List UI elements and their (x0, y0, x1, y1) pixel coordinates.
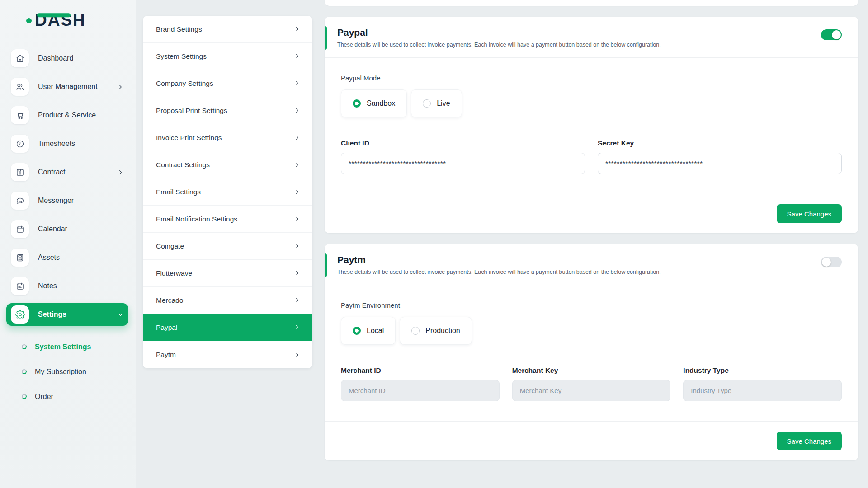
sidebar-item-product-service[interactable]: Product & Service (6, 104, 128, 127)
chevron-right-icon (294, 188, 301, 195)
settings-menu-item-label: Invoice Print Settings (156, 134, 222, 142)
settings-menu-item-invoice-print-settings[interactable]: Invoice Print Settings (143, 124, 312, 151)
chevron-right-icon (294, 53, 301, 60)
radio-option-label: Sandbox (367, 99, 395, 108)
merchant-key-input[interactable] (512, 380, 671, 401)
secret-key-input[interactable] (598, 153, 842, 174)
accent-bar (325, 26, 327, 50)
toggle-knob (832, 30, 841, 39)
settings-menu-item-system-settings[interactable]: System Settings (143, 43, 312, 70)
settings-menu-item-contract-settings[interactable]: Contract Settings (143, 151, 312, 178)
paypal-card-header: Paypal These details will be used to col… (325, 17, 858, 58)
settings-subnav: System Settings My Subscription Order (6, 332, 128, 409)
settings-menu-item-company-settings[interactable]: Company Settings (143, 70, 312, 97)
sidebar-item-label: Assets (38, 253, 60, 262)
settings-menu-item-flutterwave[interactable]: Flutterwave (143, 260, 312, 287)
sidebar-item-calendar[interactable]: Calendar (6, 218, 128, 240)
subnav-item-system-settings[interactable]: System Settings (22, 334, 128, 359)
secret-key-field-group: Secret Key (598, 139, 842, 174)
merchant-key-field-group: Merchant Key (512, 366, 671, 401)
settings-menu-item-label: Paypal (156, 324, 177, 332)
sidebar-item-assets[interactable]: Assets (6, 246, 128, 269)
paytm-title: Paytm (337, 254, 661, 265)
settings-menu-item-mercado[interactable]: Mercado (143, 287, 312, 314)
radio-option-live[interactable]: Live (411, 89, 462, 117)
sidebar-item-user-management[interactable]: User Management (6, 75, 128, 98)
paypal-save-button[interactable]: Save Changes (777, 204, 842, 223)
chevron-right-icon (294, 243, 301, 249)
sidebar-item-label: Notes (38, 282, 57, 290)
settings-menu-item-paytm[interactable]: Paytm (143, 341, 312, 368)
settings-menu-item-paypal[interactable]: Paypal (143, 314, 312, 341)
chevron-right-icon (294, 26, 301, 33)
radio-option-label: Local (367, 327, 384, 335)
radio-option-local[interactable]: Local (341, 317, 396, 345)
bullet-icon (21, 369, 27, 375)
sidebar-item-messenger[interactable]: Messenger (6, 189, 128, 212)
sidebar-item-timesheets[interactable]: Timesheets (6, 132, 128, 155)
sidebar-item-dashboard[interactable]: Dashboard (6, 47, 128, 70)
settings-menu-item-brand-settings[interactable]: Brand Settings (143, 16, 312, 43)
calculator-icon (11, 249, 29, 267)
radio-option-label: Production (425, 327, 460, 335)
settings-menu-panel: Brand Settings System Settings Company S… (143, 16, 312, 368)
client-id-label: Client ID (341, 139, 585, 147)
sidebar-item-label: Contract (38, 168, 65, 176)
settings-menu-item-label: Company Settings (156, 80, 213, 88)
radio-unchecked-icon (411, 327, 420, 335)
paytm-card-body: Paytm Environment Local Production Merch… (325, 285, 858, 421)
paytm-enable-toggle[interactable] (821, 257, 842, 267)
radio-checked-icon (353, 99, 361, 108)
sidebar-item-label: Calendar (38, 225, 67, 233)
paypal-fields: Client ID Secret Key (341, 139, 842, 174)
subnav-item-label: System Settings (35, 343, 91, 351)
chevron-right-icon (294, 161, 301, 168)
client-id-field-group: Client ID (341, 139, 585, 174)
sidebar-item-label: Timesheets (38, 140, 75, 148)
industry-type-input[interactable] (683, 380, 842, 401)
subnav-item-my-subscription[interactable]: My Subscription (22, 359, 128, 384)
paytm-header-text: Paytm These details will be used to coll… (337, 254, 661, 275)
merchant-id-input[interactable] (341, 380, 500, 401)
settings-menu-item-label: Flutterwave (156, 269, 192, 277)
chat-icon (11, 192, 29, 210)
clock-icon (11, 135, 29, 153)
settings-menu-item-label: Mercado (156, 296, 183, 305)
previous-card-edge (325, 0, 858, 6)
paytm-card-footer: Save Changes (325, 421, 858, 460)
sidebar-item-label: Settings (38, 310, 66, 319)
radio-option-production[interactable]: Production (400, 317, 472, 345)
notes-icon (11, 277, 29, 295)
paytm-save-button[interactable]: Save Changes (777, 432, 842, 450)
settings-menu-item-email-notification-settings[interactable]: Email Notification Settings (143, 206, 312, 233)
sidebar-item-notes[interactable]: Notes (6, 275, 128, 297)
chevron-down-icon (117, 311, 124, 318)
client-id-input[interactable] (341, 153, 585, 174)
contract-save-icon (11, 163, 29, 181)
radio-option-label: Live (437, 99, 450, 108)
chevron-right-icon (117, 84, 124, 90)
settings-menu-item-email-settings[interactable]: Email Settings (143, 178, 312, 206)
secret-key-label: Secret Key (598, 139, 842, 147)
chevron-right-icon (294, 352, 301, 358)
paypal-mode-label: Paypal Mode (341, 74, 842, 82)
paypal-enable-toggle[interactable] (821, 29, 842, 40)
chevron-right-icon (294, 297, 301, 304)
settings-menu-item-label: Contract Settings (156, 161, 210, 169)
industry-type-label: Industry Type (683, 366, 842, 375)
settings-menu-item-proposal-print-settings[interactable]: Proposal Print Settings (143, 97, 312, 124)
gear-icon (11, 305, 29, 324)
subnav-item-order[interactable]: Order (22, 384, 128, 409)
chevron-right-icon (294, 134, 301, 141)
subnav-item-label: My Subscription (35, 368, 86, 376)
sidebar: DASH Dashboard User Management Product &… (0, 0, 136, 488)
radio-option-sandbox[interactable]: Sandbox (341, 89, 407, 117)
paytm-description: These details will be used to collect in… (337, 269, 661, 275)
sidebar-item-settings[interactable]: Settings (6, 303, 128, 326)
bullet-icon (21, 394, 27, 399)
sidebar-item-label: Messenger (38, 197, 74, 205)
sidebar-item-contract[interactable]: Contract (6, 161, 128, 183)
logo-dash-icon (37, 13, 71, 17)
subnav-item-label: Order (35, 393, 53, 401)
settings-menu-item-coingate[interactable]: Coingate (143, 233, 312, 260)
